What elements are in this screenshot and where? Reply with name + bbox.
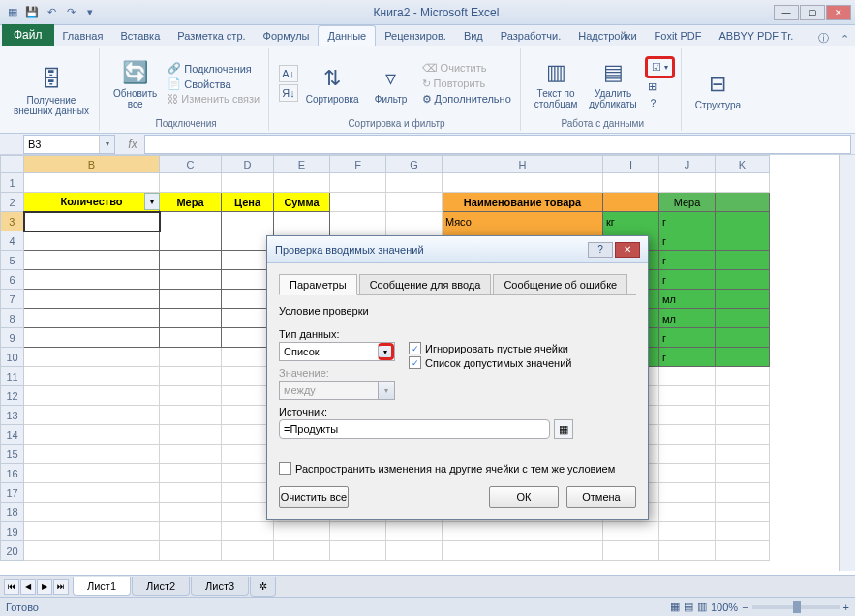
cell[interactable]: Мера [160, 193, 222, 212]
cell[interactable] [603, 522, 659, 541]
cell[interactable] [603, 541, 659, 561]
type-select[interactable]: Список ▾ [279, 342, 395, 361]
cell[interactable] [24, 425, 160, 445]
cell[interactable] [659, 522, 716, 541]
cell[interactable] [24, 367, 160, 386]
view-break-icon[interactable]: ▥ [697, 601, 707, 613]
sort-asc-button[interactable]: A↓ [279, 65, 297, 82]
connections-button[interactable]: 🔗Подключения [165, 61, 262, 76]
tab-data[interactable]: Данные [318, 25, 376, 46]
row-header[interactable]: 2 [1, 193, 24, 212]
fx-icon[interactable]: fx [121, 138, 144, 151]
dialog-tab-error[interactable]: Сообщение об ошибке [493, 274, 627, 295]
cell[interactable] [160, 367, 222, 386]
tab-developer[interactable]: Разработчи. [492, 26, 569, 46]
cell[interactable] [160, 251, 222, 270]
formula-input[interactable] [144, 135, 851, 154]
cell[interactable] [24, 251, 160, 270]
namebox-dropdown-icon[interactable]: ▾ [99, 136, 114, 153]
cell[interactable] [716, 522, 770, 541]
cell[interactable]: мл [659, 290, 716, 309]
col-header[interactable] [1, 156, 24, 173]
cell[interactable] [716, 309, 770, 328]
cell[interactable] [716, 193, 770, 212]
cell[interactable] [160, 522, 222, 541]
sort-button[interactable]: ⇅ Сортировка [302, 61, 363, 107]
cell[interactable] [659, 464, 716, 483]
cell[interactable] [274, 522, 330, 541]
row-header[interactable]: 1 [1, 173, 24, 193]
cell[interactable] [24, 348, 160, 367]
type-select-dropdown-icon[interactable]: ▾ [378, 343, 394, 360]
cell[interactable] [160, 270, 222, 290]
in-cell-dropdown-checkbox[interactable]: ✓ Список допустимых значений [409, 356, 571, 369]
col-header[interactable]: B [24, 156, 160, 173]
cell[interactable] [160, 309, 222, 328]
cell[interactable] [222, 212, 274, 231]
save-icon[interactable]: 💾 [23, 4, 41, 21]
cell[interactable] [716, 503, 770, 522]
advanced-filter-button[interactable]: ⚙Дополнительно [419, 92, 514, 107]
row-header[interactable]: 14 [1, 425, 24, 445]
row-header[interactable]: 20 [1, 541, 24, 561]
col-header[interactable]: I [603, 156, 659, 173]
cell[interactable] [716, 406, 770, 425]
col-header[interactable]: F [330, 156, 386, 173]
cell[interactable] [330, 173, 386, 193]
cell[interactable] [160, 348, 222, 367]
cell[interactable]: г [659, 212, 716, 231]
view-layout-icon[interactable]: ▤ [684, 601, 693, 613]
cell[interactable] [24, 483, 160, 503]
cell[interactable] [24, 464, 160, 483]
dialog-titlebar[interactable]: Проверка вводимых значений ? ✕ [267, 236, 648, 263]
ignore-blank-checkbox[interactable]: ✓ Игнорировать пустые ячейки [409, 342, 571, 354]
cell[interactable] [160, 464, 222, 483]
tab-formulas[interactable]: Формулы [255, 26, 319, 46]
cell[interactable] [24, 290, 160, 309]
cell[interactable]: Наименование товара [443, 193, 603, 212]
cell[interactable] [659, 483, 716, 503]
cell[interactable] [659, 386, 716, 406]
row-header[interactable]: 17 [1, 483, 24, 503]
cell[interactable] [443, 173, 603, 193]
cell[interactable] [716, 464, 770, 483]
cell[interactable] [716, 445, 770, 464]
cell[interactable] [274, 212, 330, 231]
cell[interactable] [24, 406, 160, 425]
source-input[interactable]: =Продукты [279, 419, 550, 439]
tab-abbyy[interactable]: ABBYY PDF Tr. [710, 26, 802, 46]
cell[interactable] [603, 193, 659, 212]
vertical-scrollbar[interactable] [839, 155, 855, 571]
dialog-close-button[interactable]: ✕ [615, 242, 640, 258]
cell[interactable] [330, 522, 386, 541]
sheet-tab-3[interactable]: Лист3 [191, 577, 249, 596]
cell[interactable] [659, 503, 716, 522]
cell[interactable] [24, 231, 160, 251]
tab-file[interactable]: Файл [2, 24, 54, 46]
new-sheet-button[interactable]: ✲ [250, 577, 276, 597]
cell[interactable] [24, 503, 160, 522]
cell[interactable] [386, 212, 443, 231]
cell[interactable] [716, 290, 770, 309]
row-header[interactable]: 11 [1, 367, 24, 386]
cell[interactable] [386, 193, 443, 212]
sort-desc-button[interactable]: Я↓ [279, 84, 297, 102]
col-header[interactable]: C [160, 156, 222, 173]
cell[interactable] [659, 406, 716, 425]
sheet-nav-prev[interactable]: ◀ [20, 579, 36, 595]
cell[interactable]: г [659, 231, 716, 251]
tab-addins[interactable]: Надстройки [569, 26, 645, 46]
cell[interactable] [386, 541, 443, 561]
cell[interactable] [160, 406, 222, 425]
cell[interactable] [659, 173, 716, 193]
cell[interactable] [386, 522, 443, 541]
remove-duplicates-button[interactable]: ▤ Удалить дубликаты [585, 55, 640, 111]
col-header[interactable]: J [659, 156, 716, 173]
cell[interactable] [160, 173, 222, 193]
cell[interactable] [160, 212, 222, 231]
cell[interactable] [716, 270, 770, 290]
cell[interactable]: мл [659, 309, 716, 328]
cell[interactable] [160, 328, 222, 348]
row-header[interactable]: 15 [1, 445, 24, 464]
refresh-all-button[interactable]: 🔄 Обновить все [109, 55, 161, 111]
